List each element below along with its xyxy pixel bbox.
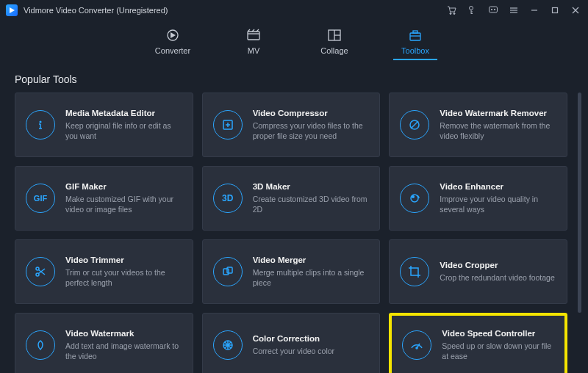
tools-grid-wrap: Media Metadata Editor Keep original file…	[0, 93, 588, 373]
app-logo	[6, 4, 18, 16]
svg-point-2	[453, 13, 455, 15]
tab-label: Collage	[320, 46, 348, 55]
tool-title: 3D Maker	[253, 182, 370, 191]
watermark-icon	[26, 330, 55, 360]
scissors-icon	[26, 257, 55, 286]
tool-video-watermark[interactable]: Video Watermark Add text and image water…	[15, 313, 193, 373]
merger-icon	[213, 257, 243, 286]
window-title: Vidmore Video Converter (Unregistered)	[24, 6, 168, 15]
tool-gif-maker[interactable]: GIF GIF Maker Make customized GIF with y…	[15, 166, 193, 231]
tool-desc: Merge multiple clips into a single piece	[253, 267, 370, 288]
tool-title: Media Metadata Editor	[65, 109, 182, 117]
tab-label: MV	[248, 46, 260, 55]
svg-point-26	[40, 121, 41, 123]
minimize-icon[interactable]	[529, 5, 539, 15]
tool-title: Video Compressor	[253, 109, 370, 117]
tab-label: Toolbox	[401, 46, 429, 55]
svg-point-1	[450, 13, 451, 15]
tab-toolbox[interactable]: Toolbox	[393, 27, 437, 59]
section-title: Popular Tools	[0, 60, 588, 93]
svg-point-43	[416, 347, 417, 349]
tool-title: GIF Maker	[65, 182, 182, 191]
svg-point-34	[412, 196, 415, 198]
tool-title: Video Speed Controller	[442, 329, 554, 338]
tool-desc: Remove the watermark from the video flex…	[440, 120, 556, 141]
scrollbar[interactable]	[578, 93, 581, 372]
mv-icon	[245, 27, 262, 43]
svg-rect-24	[413, 31, 417, 33]
main-tabs: Converter MV Collage Toolbox	[0, 21, 588, 60]
tool-desc: Compress your video files to the proper …	[253, 120, 370, 141]
svg-rect-40	[227, 267, 232, 273]
3d-icon: 3D	[213, 184, 243, 213]
tool-title: Video Trimmer	[65, 256, 182, 264]
maximize-icon[interactable]	[550, 5, 560, 15]
tool-video-watermark-remover[interactable]: Video Watermark Remover Remove the water…	[389, 93, 567, 157]
svg-rect-18	[248, 32, 259, 40]
svg-point-33	[411, 195, 418, 202]
feedback-icon[interactable]	[488, 5, 498, 15]
tool-desc: Correct your video color	[253, 346, 370, 356]
tool-title: Video Cropper	[440, 261, 556, 269]
svg-point-3	[470, 7, 473, 10]
tool-title: Video Merger	[253, 256, 370, 264]
tool-desc: Speed up or slow down your file at ease	[442, 341, 554, 361]
tab-label: Converter	[155, 46, 190, 55]
key-icon[interactable]	[467, 5, 478, 15]
titlebar: Vidmore Video Converter (Unregistered)	[0, 0, 588, 21]
tool-desc: Crop the redundant video footage	[440, 272, 556, 283]
tool-title: Video Watermark	[65, 329, 182, 338]
toolbox-icon	[408, 27, 423, 43]
svg-rect-39	[223, 269, 229, 275]
titlebar-controls	[447, 5, 581, 15]
svg-marker-0	[10, 7, 15, 13]
converter-icon	[165, 27, 180, 43]
menu-icon[interactable]	[509, 5, 519, 15]
tool-media-metadata-editor[interactable]: Media Metadata Editor Keep original file…	[15, 93, 193, 157]
enhancer-icon	[400, 184, 429, 213]
tool-video-speed-controller[interactable]: Video Speed Controller Speed up or slow …	[389, 313, 567, 373]
svg-rect-14	[553, 8, 558, 13]
tool-title: Video Watermark Remover	[440, 109, 556, 117]
tool-video-trimmer[interactable]: Video Trimmer Trim or cut your videos to…	[15, 239, 193, 304]
crop-icon	[400, 257, 429, 286]
tool-video-enhancer[interactable]: Video Enhancer Improve your video qualit…	[389, 166, 567, 231]
info-icon	[26, 110, 55, 140]
collage-icon	[327, 27, 342, 43]
svg-rect-23	[410, 33, 420, 40]
gif-icon: GIF	[26, 184, 55, 213]
tool-color-correction[interactable]: Color Correction Correct your video colo…	[202, 313, 381, 373]
svg-point-36	[36, 273, 39, 276]
tool-desc: Improve your video quality in several wa…	[440, 194, 556, 214]
color-icon	[213, 330, 243, 360]
close-icon[interactable]	[570, 5, 581, 15]
tab-collage[interactable]: Collage	[312, 27, 356, 59]
svg-line-32	[411, 121, 418, 128]
speed-icon	[402, 330, 431, 360]
tool-video-compressor[interactable]: Video Compressor Compress your video fil…	[202, 93, 381, 157]
svg-point-8	[491, 9, 492, 10]
tool-3d-maker[interactable]: 3D 3D Maker Create customized 3D video f…	[202, 166, 381, 231]
tool-desc: Add text and image watermark to the vide…	[65, 341, 182, 361]
tool-desc: Keep original file info or edit as you w…	[65, 120, 182, 141]
tools-grid: Media Metadata Editor Keep original file…	[15, 93, 573, 373]
tab-mv[interactable]: MV	[232, 27, 276, 59]
tool-title: Color Correction	[253, 334, 370, 343]
tool-title: Video Enhancer	[440, 182, 556, 191]
tab-converter[interactable]: Converter	[151, 27, 195, 59]
tool-video-merger[interactable]: Video Merger Merge multiple clips into a…	[202, 239, 381, 304]
tool-video-cropper[interactable]: Video Cropper Crop the redundant video f…	[389, 239, 567, 304]
svg-rect-7	[490, 7, 498, 12]
svg-point-35	[36, 267, 39, 270]
tool-desc: Make customized GIF with your video or i…	[65, 194, 182, 214]
svg-point-9	[494, 9, 495, 10]
tool-desc: Trim or cut your videos to the perfect l…	[65, 267, 182, 288]
watermark-remove-icon	[400, 110, 429, 140]
scrollbar-thumb[interactable]	[578, 93, 581, 313]
compress-icon	[213, 110, 243, 140]
cart-icon[interactable]	[447, 5, 457, 15]
tool-desc: Create customized 3D video from 2D	[253, 194, 370, 214]
